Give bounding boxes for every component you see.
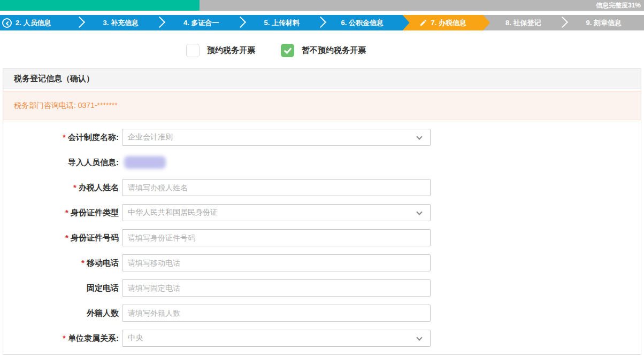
field-label: 外籍人数: [3, 308, 122, 318]
step-item-upload[interactable]: 5. 上传材料: [242, 15, 323, 30]
option-no-reserve-invoice[interactable]: 暂不预约税务开票: [281, 44, 366, 57]
chevron-down-icon: [416, 209, 422, 215]
field-label: 单位隶属关系:: [3, 333, 122, 344]
checkbox-checked[interactable]: [281, 44, 294, 57]
option-reserve-invoice[interactable]: 预约税务开票: [186, 44, 255, 57]
tax-hotline-notice: 税务部门咨询电话: 0371-*******: [3, 91, 641, 120]
id-number-input[interactable]: [122, 229, 431, 246]
progress-label: 信息完整度31%: [596, 0, 641, 11]
invoice-options-row: 预约税务开票 暂不预约税务开票: [0, 44, 598, 57]
step-item-multicert[interactable]: 4. 多证合一: [161, 15, 242, 30]
field-label: 身份证件类型: [3, 208, 122, 218]
step-item-supplement[interactable]: 3. 补充信息: [81, 15, 162, 30]
field-label: 办税人姓名: [3, 183, 122, 193]
form-row-mobile-phone: 移动电话: [3, 254, 641, 271]
form-row-accounting-system: 会计制度名称: 企业会计准则: [3, 129, 641, 146]
back-arrow-icon[interactable]: [2, 18, 12, 28]
foreigner-count-input[interactable]: [122, 305, 431, 322]
form-row-affiliation: 单位隶属关系: 中央: [3, 330, 641, 347]
tax-registration-panel: 税务登记信息（确认） 税务部门咨询电话: 0371-******* 会计制度名称…: [3, 68, 641, 355]
step-nav: 2. 人员信息 3. 补充信息 4. 多证合一 5. 上传材料 6. 公积金信息…: [0, 15, 644, 30]
id-type-select[interactable]: 中华人民共和国居民身份证: [122, 204, 431, 221]
chevron-down-icon: [416, 334, 422, 340]
step-item-tax-active[interactable]: 7. 办税信息: [403, 15, 484, 30]
affiliation-select[interactable]: 中央: [122, 330, 431, 347]
field-label: 移动电话: [3, 258, 122, 268]
progress-fill: [0, 0, 200, 11]
check-icon: [283, 45, 292, 53]
form-row-tax-clerk-name: 办税人姓名: [3, 179, 641, 196]
tax-clerk-name-input[interactable]: [122, 179, 431, 196]
tax-form: 会计制度名称: 企业会计准则 导入人员信息: 办税人姓名 身份证件类型 中华人民…: [3, 120, 641, 347]
import-person-redacted-link[interactable]: [124, 156, 166, 169]
chevron-down-icon: [416, 134, 422, 139]
step-item-social-security[interactable]: 8. 社保登记: [483, 15, 564, 30]
progress-bar: 信息完整度31%: [0, 0, 644, 11]
field-label: 固定电话: [3, 283, 122, 293]
pencil-icon: [419, 19, 427, 27]
field-label: 会计制度名称:: [3, 133, 122, 143]
form-row-foreigner-count: 外籍人数: [3, 305, 641, 322]
step-item-personnel[interactable]: 2. 人员信息: [0, 15, 81, 30]
form-row-import-person: 导入人员信息:: [3, 154, 641, 171]
form-row-id-type: 身份证件类型 中华人民共和国居民身份证: [3, 204, 641, 221]
step-item-housing-fund[interactable]: 6. 公积金信息: [322, 15, 403, 30]
form-row-id-number: 身份证件号码: [3, 229, 641, 246]
checkbox-unchecked[interactable]: [186, 44, 200, 57]
accounting-system-select[interactable]: 企业会计准则: [122, 129, 431, 146]
form-row-landline-phone: 固定电话: [3, 279, 641, 297]
landline-phone-input[interactable]: [122, 279, 431, 297]
page: 信息完整度31% 2. 人员信息 3. 补充信息 4. 多证合一 5. 上传材料: [0, 0, 644, 358]
step-item-seal[interactable]: 9. 刻章信息: [564, 15, 644, 30]
mobile-phone-input[interactable]: [122, 254, 431, 271]
field-label: 导入人员信息:: [3, 158, 122, 168]
field-label: 身份证件号码: [3, 233, 122, 243]
panel-title: 税务登记信息（确认）: [3, 69, 641, 89]
